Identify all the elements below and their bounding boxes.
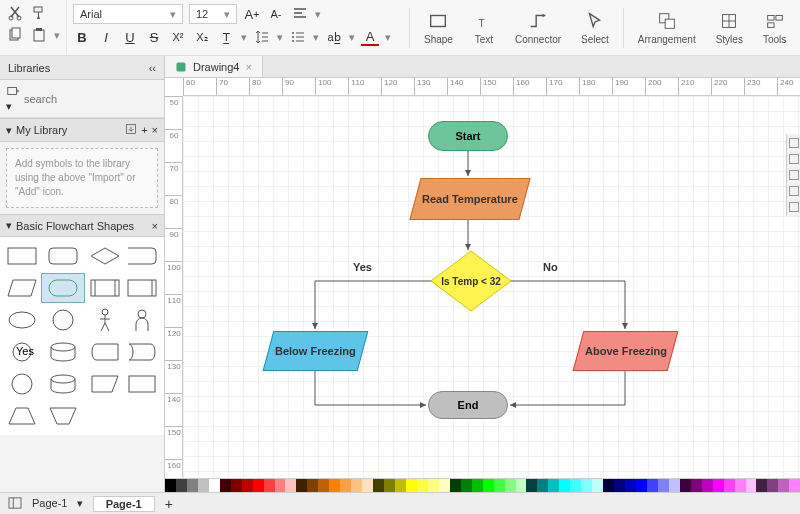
swatch[interactable] (746, 479, 757, 492)
case-icon[interactable]: T̲ (217, 28, 235, 46)
swatch[interactable] (296, 479, 307, 492)
swatch[interactable] (253, 479, 264, 492)
swatch[interactable] (461, 479, 472, 492)
layout-icon[interactable] (8, 497, 22, 511)
collapse-icon[interactable]: ‹‹ (149, 62, 156, 74)
add-page-icon[interactable]: + (165, 496, 173, 512)
rtool-item[interactable] (789, 154, 799, 164)
swatch[interactable] (767, 479, 778, 492)
node-decision[interactable]: Is Temp < 32 (431, 251, 511, 311)
shape-cell[interactable] (87, 369, 122, 399)
swatch[interactable] (680, 479, 691, 492)
shape-cell[interactable] (4, 273, 39, 303)
swatch[interactable] (516, 479, 527, 492)
library-search[interactable]: ▾ (0, 80, 164, 118)
swatch[interactable] (647, 479, 658, 492)
ribbon-select[interactable]: Select (571, 6, 619, 49)
swatch[interactable] (329, 479, 340, 492)
shape-cell[interactable] (4, 369, 39, 399)
swatch[interactable] (625, 479, 636, 492)
swatch[interactable] (417, 479, 428, 492)
close-icon[interactable]: × (152, 124, 158, 136)
tab-drawing[interactable]: Drawing4 × (165, 56, 263, 77)
page-tab[interactable]: Page-1 (93, 496, 155, 512)
close-icon[interactable]: × (245, 61, 251, 73)
ribbon-arrangement[interactable]: Arrangement (628, 6, 706, 49)
swatch[interactable] (209, 479, 220, 492)
ribbon-tools[interactable]: Tools (753, 6, 796, 49)
swatch[interactable] (548, 479, 559, 492)
swatch[interactable] (494, 479, 505, 492)
shape-cell[interactable] (4, 401, 39, 431)
node-end[interactable]: End (428, 391, 508, 419)
swatch[interactable] (702, 479, 713, 492)
rtool-item[interactable] (789, 202, 799, 212)
swatch[interactable] (242, 479, 253, 492)
swatch[interactable] (220, 479, 231, 492)
ribbon-shape[interactable]: Shape (414, 6, 463, 49)
shape-cell[interactable] (87, 337, 122, 367)
shape-cell[interactable] (125, 273, 160, 303)
cut-icon[interactable] (6, 4, 24, 22)
swatch[interactable] (592, 479, 603, 492)
swatch[interactable] (658, 479, 669, 492)
ribbon-text[interactable]: TText (463, 6, 505, 49)
shape-cell[interactable] (4, 241, 39, 271)
swatch[interactable] (570, 479, 581, 492)
search-input[interactable] (24, 93, 162, 105)
rtool-item[interactable] (789, 186, 799, 196)
font-color-icon[interactable]: A (361, 28, 379, 46)
bullets-icon[interactable] (289, 28, 307, 46)
shapes-section[interactable]: ▾ Basic Flowchart Shapes × (0, 214, 164, 237)
swatch[interactable] (636, 479, 647, 492)
subscript-icon[interactable]: X₂ (193, 28, 211, 46)
swatch[interactable] (176, 479, 187, 492)
align-icon[interactable] (291, 5, 309, 23)
swatch[interactable] (756, 479, 767, 492)
swatch[interactable] (285, 479, 296, 492)
increase-font-icon[interactable]: A+ (243, 5, 261, 23)
swatch[interactable] (428, 479, 439, 492)
shape-cell[interactable] (125, 241, 160, 271)
format-painter-icon[interactable] (30, 4, 48, 22)
swatch[interactable] (669, 479, 680, 492)
line-spacing-icon[interactable] (253, 28, 271, 46)
swatch[interactable] (231, 479, 242, 492)
shape-cell[interactable] (41, 337, 85, 367)
node-above[interactable]: Above Freezing (573, 331, 679, 371)
shape-cell[interactable] (125, 305, 160, 335)
swatch[interactable] (691, 479, 702, 492)
swatch[interactable] (318, 479, 329, 492)
swatch[interactable] (373, 479, 384, 492)
swatch[interactable] (187, 479, 198, 492)
swatch[interactable] (406, 479, 417, 492)
strike-icon[interactable]: S (145, 28, 163, 46)
swatch[interactable] (559, 479, 570, 492)
underline-icon[interactable]: U (121, 28, 139, 46)
shape-cell[interactable] (41, 369, 85, 399)
swatch[interactable] (340, 479, 351, 492)
swatch[interactable] (483, 479, 494, 492)
decrease-font-icon[interactable]: A- (267, 5, 285, 23)
shape-cell[interactable] (41, 241, 85, 271)
swatch[interactable] (472, 479, 483, 492)
import-icon[interactable] (125, 123, 137, 137)
italic-icon[interactable]: I (97, 28, 115, 46)
add-icon[interactable]: + (141, 124, 147, 136)
swatch[interactable] (362, 479, 373, 492)
font-select[interactable]: Arial▾ (73, 4, 183, 24)
color-palette[interactable] (165, 478, 800, 492)
swatch[interactable] (603, 479, 614, 492)
node-read[interactable]: Read Temperature (409, 178, 530, 220)
swatch[interactable] (165, 479, 176, 492)
shape-cell[interactable] (125, 337, 160, 367)
spacing-icon[interactable]: ab̲ (325, 28, 343, 46)
swatch[interactable] (505, 479, 516, 492)
swatch[interactable] (735, 479, 746, 492)
shape-cell[interactable]: Yes (4, 337, 39, 367)
swatch[interactable] (275, 479, 286, 492)
ribbon-connector[interactable]: Connector (505, 6, 571, 49)
node-start[interactable]: Start (428, 121, 508, 151)
shape-cell[interactable] (41, 401, 85, 431)
shape-cell[interactable] (87, 305, 122, 335)
